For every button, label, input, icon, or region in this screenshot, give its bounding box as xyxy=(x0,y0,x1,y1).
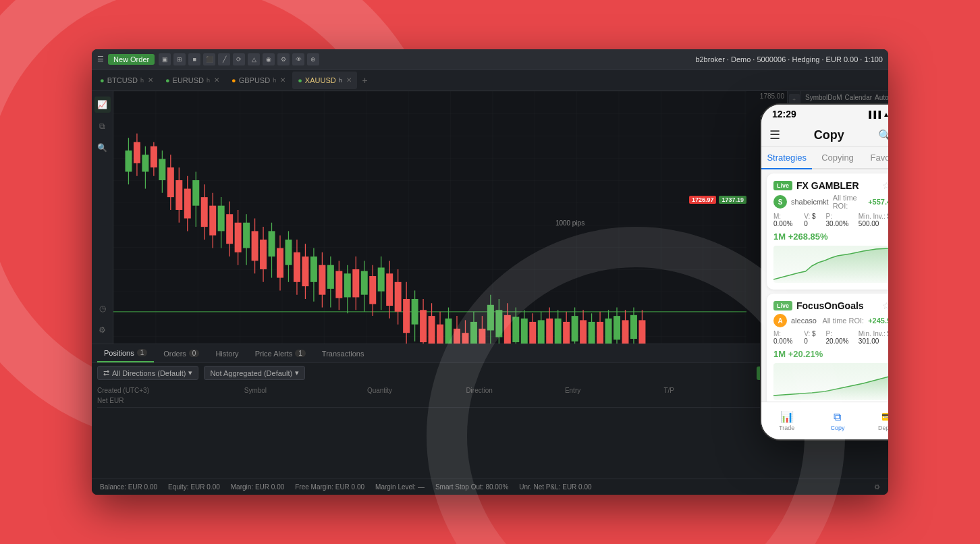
phone-tab-strategies[interactable]: Strategies xyxy=(761,147,812,169)
svg-rect-69 xyxy=(403,299,410,333)
svg-rect-39 xyxy=(277,248,283,278)
svg-rect-13 xyxy=(167,167,174,197)
phone-header-icons: 🔍 ··· xyxy=(878,129,888,142)
tab-xauusd-label: XAUUSD xyxy=(305,76,336,84)
toolbar-icon-10[interactable]: 👁 xyxy=(292,53,304,65)
fx-gambler-v-val: $ 0 xyxy=(804,213,815,227)
sidebar-settings-icon[interactable]: ⚙ xyxy=(94,322,111,338)
svg-rect-123 xyxy=(630,315,637,339)
svg-rect-73 xyxy=(420,310,427,342)
phone-status-bar: 12:29 ▐▐▐ ▲ ⚡ xyxy=(761,105,888,124)
phone-hamburger-icon[interactable]: ☰ xyxy=(769,128,780,142)
panel-autochartist-tab[interactable]: Autochartist xyxy=(875,94,888,101)
direction-filter[interactable]: ⇄ All Directions (Default) ▾ xyxy=(97,366,198,380)
svg-rect-43 xyxy=(294,252,300,282)
buy-price-tag: 1737.19 xyxy=(719,196,746,204)
toolbar-icons: ▣ ⊞ ■ ⬛ ╱ ⟳ △ ◉ ⚙ 👁 ⊕ xyxy=(159,53,691,65)
focusongoals-author: alecaso xyxy=(791,317,818,325)
chart-canvas[interactable]: 1000 pips 1785.00 1780.00 1775.00 1770.0… xyxy=(113,91,787,344)
svg-rect-71 xyxy=(412,299,418,325)
toolbar-icon-6[interactable]: ⟳ xyxy=(233,53,245,65)
tab-eurusd[interactable]: ● EURUSD h ✕ xyxy=(160,72,225,89)
fx-gambler-chart xyxy=(773,246,888,283)
panel-dom-tab[interactable]: DoM xyxy=(827,94,842,101)
tab-positions[interactable]: Positions 1 xyxy=(97,344,154,362)
toolbar-icon-3[interactable]: ■ xyxy=(188,53,200,65)
platform-window: ☰ New Order ▣ ⊞ ■ ⬛ ╱ ⟳ △ ◉ ⚙ 👁 ⊕ b2brok… xyxy=(92,49,888,495)
toolbar-icon-4[interactable]: ⬛ xyxy=(203,53,215,65)
new-order-button[interactable]: New Order xyxy=(108,54,155,65)
svg-rect-59 xyxy=(361,271,368,294)
toolbar-icon-9[interactable]: ⚙ xyxy=(277,53,290,65)
svg-rect-31 xyxy=(243,223,250,248)
phone-header: ☰ Copy 🔍 ··· xyxy=(761,124,888,147)
direction-label: All Directions (Default) xyxy=(112,369,186,377)
col-symbol: Symbol xyxy=(244,387,364,394)
tab-price-alerts[interactable]: Price Alerts 1 xyxy=(248,344,312,362)
focusongoals-p: P: 20.00% xyxy=(826,330,850,345)
price-alerts-badge: 1 xyxy=(295,350,306,357)
focusongoals-m: M: 0.00% xyxy=(773,330,796,345)
status-settings-icon[interactable]: ⚙ xyxy=(874,483,880,491)
btcusd-dot: ● xyxy=(100,76,105,84)
strategy-card-focusongoals[interactable]: Live FocusOnGoals ☆ ⟨⟩ A alecaso All tim… xyxy=(767,294,888,402)
hamburger-icon[interactable]: ☰ xyxy=(97,55,104,63)
tab-btcusd[interactable]: ● BTCUSD h ✕ xyxy=(94,72,159,89)
new-order-bottom-button[interactable]: + New Order xyxy=(757,366,813,380)
sidebar-chart-icon[interactable]: 📈 xyxy=(94,97,111,113)
tab-btcusd-close[interactable]: ✕ xyxy=(148,76,153,84)
panel-tabs-label: Symbol xyxy=(805,94,827,101)
panel-calendar-tab[interactable]: Calendar xyxy=(844,94,872,101)
tab-btcusd-label: BTCUSD xyxy=(107,76,138,84)
phone-tabs: Strategies Copying Favorites xyxy=(761,147,888,169)
svg-rect-109 xyxy=(572,316,578,342)
tab-eurusd-close[interactable]: ✕ xyxy=(214,76,219,84)
fx-gambler-name: FX GAMBLER xyxy=(796,180,878,191)
phone-search-icon[interactable]: 🔍 xyxy=(878,129,888,142)
toolbar-icon-2[interactable]: ⊞ xyxy=(173,53,186,65)
focusongoals-star[interactable]: ☆ xyxy=(882,300,888,311)
phone-nav-copy[interactable]: ⧉ Copy xyxy=(812,408,863,434)
toolbar-icon-1[interactable]: ▣ xyxy=(159,53,171,65)
toolbar-icon-5[interactable]: ╱ xyxy=(218,53,230,65)
toolbar-icon-11[interactable]: ⊕ xyxy=(307,53,319,65)
phone-time: 12:29 xyxy=(772,109,796,119)
tab-gbpusd[interactable]: ● GBPUSD h ✕ xyxy=(226,72,291,89)
tab-transactions[interactable]: Transactions xyxy=(315,344,371,362)
tab-xauusd-close[interactable]: ✕ xyxy=(346,76,352,84)
fx-gambler-star[interactable]: ☆ xyxy=(882,180,888,191)
phone-nav-deposit[interactable]: 💳 Deposit xyxy=(863,408,888,434)
tab-positions-label: Positions xyxy=(104,349,134,357)
svg-rect-125 xyxy=(638,320,645,344)
add-chart-tab[interactable]: + xyxy=(358,74,372,87)
tab-xauusd[interactable]: ● XAUUSD h ✕ xyxy=(292,72,357,89)
sidebar-copy-icon[interactable]: ⧉ xyxy=(94,118,111,134)
strategy-card-fx-gambler[interactable]: Live FX GAMBLER ☆ ⟨⟩ S shabeicmkt All ti… xyxy=(767,173,888,290)
focusongoals-roi-label: All time ROI: xyxy=(822,317,864,325)
toolbar-icon-8[interactable]: ◉ xyxy=(263,53,275,65)
candlestick-chart: 1000 pips xyxy=(113,91,787,344)
tool-settings[interactable]: ⚙ xyxy=(789,330,800,341)
aggregation-filter[interactable]: Not Aggregated (Default) ▾ xyxy=(204,366,305,380)
tab-orders[interactable]: Orders 0 xyxy=(157,344,206,362)
broker-info: b2broker · Demo · 5000006 · Hedging · EU… xyxy=(695,55,883,63)
fx-gambler-roi-big: 1M +268.85% xyxy=(773,230,888,243)
price-1785: 1785.00 xyxy=(749,92,784,100)
svg-rect-51 xyxy=(327,265,334,289)
tab-history[interactable]: History xyxy=(209,344,245,362)
sidebar-search-icon[interactable]: 🔍 xyxy=(94,140,111,156)
svg-rect-25 xyxy=(218,206,225,232)
toolbar-icon-7[interactable]: △ xyxy=(248,53,260,65)
svg-rect-45 xyxy=(302,256,308,286)
phone-tab-copying[interactable]: Copying xyxy=(812,147,863,168)
aggregation-label: Not Aggregated (Default) xyxy=(210,369,292,377)
tab-gbpusd-close[interactable]: ✕ xyxy=(280,76,285,84)
sidebar-history-icon[interactable]: ◷ xyxy=(94,300,111,317)
svg-rect-67 xyxy=(395,282,402,312)
svg-rect-103 xyxy=(546,319,553,344)
phone-tab-favorites[interactable]: Favorites xyxy=(863,147,888,168)
bottom-tabs: Positions 1 Orders 0 History Price Alert… xyxy=(92,344,888,363)
svg-rect-29 xyxy=(235,223,242,252)
phone-nav-trade[interactable]: 📊 Trade xyxy=(761,408,812,434)
bottom-content: ⇄ All Directions (Default) ▾ Not Aggrega… xyxy=(92,363,888,479)
